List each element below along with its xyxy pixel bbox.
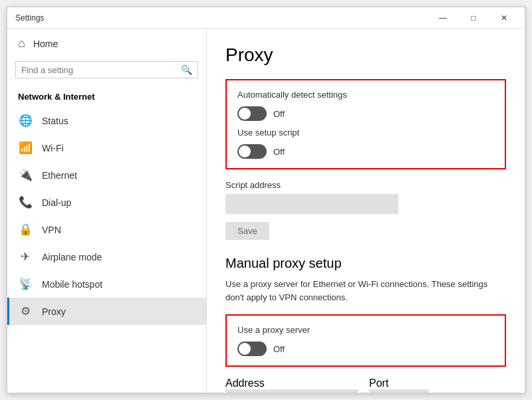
vpn-label: VPN xyxy=(42,225,61,235)
save-button[interactable]: Save xyxy=(225,222,269,240)
script-address-label: Script address xyxy=(225,180,506,190)
sidebar-section-title: Network & Internet xyxy=(7,86,206,107)
manual-proxy-title: Manual proxy setup xyxy=(225,256,506,271)
sidebar-item-ethernet[interactable]: 🔌 Ethernet xyxy=(7,161,206,189)
sidebar-item-airplane[interactable]: ✈ Airplane mode xyxy=(7,243,206,270)
ethernet-label: Ethernet xyxy=(42,170,77,181)
hotspot-label: Mobile hotspot xyxy=(42,279,102,290)
address-field-group: Address xyxy=(225,377,358,393)
window-controls: — □ ✕ xyxy=(428,7,519,29)
wifi-icon: 📶 xyxy=(18,141,33,155)
page-title: Proxy xyxy=(225,45,506,66)
proxy-icon: ⚙ xyxy=(18,304,33,318)
search-input[interactable] xyxy=(21,65,177,75)
use-proxy-toggle-row: Off xyxy=(237,342,494,356)
auto-detect-toggle[interactable] xyxy=(237,106,267,121)
status-icon: 🌐 xyxy=(18,114,33,128)
use-proxy-label: Use a proxy server xyxy=(237,325,494,335)
auto-detect-label: Automatically detect settings xyxy=(237,90,494,100)
use-proxy-section: Use a proxy server Off xyxy=(225,314,506,367)
setup-script-label: Use setup script xyxy=(237,128,494,138)
home-label: Home xyxy=(33,39,58,49)
close-button[interactable]: ✕ xyxy=(489,7,519,29)
hotspot-icon: 📡 xyxy=(18,277,33,291)
search-box[interactable]: 🔍 xyxy=(15,61,198,78)
settings-window: Settings — □ ✕ ⌂ Home 🔍 Network & Intern… xyxy=(7,7,525,393)
auto-detect-state: Off xyxy=(273,109,285,119)
dialup-icon: 📞 xyxy=(18,195,33,209)
address-port-row: Address Port xyxy=(225,377,506,393)
address-input[interactable] xyxy=(225,389,358,393)
auto-detect-toggle-row: Off xyxy=(237,106,494,121)
proxy-label: Proxy xyxy=(42,306,66,317)
setup-script-toggle-row: Off xyxy=(237,144,494,159)
status-label: Status xyxy=(42,116,68,126)
sidebar: ⌂ Home 🔍 Network & Internet 🌐 Status 📶 W… xyxy=(7,29,207,393)
setup-script-toggle[interactable] xyxy=(237,144,267,159)
sidebar-item-wifi[interactable]: 📶 Wi-Fi xyxy=(7,134,206,161)
titlebar: Settings — □ ✕ xyxy=(7,7,525,29)
sidebar-item-proxy[interactable]: ⚙ Proxy xyxy=(7,298,206,325)
sidebar-item-vpn[interactable]: 🔒 VPN xyxy=(7,216,206,243)
sidebar-item-hotspot[interactable]: 📡 Mobile hotspot xyxy=(7,270,206,298)
port-label: Port xyxy=(369,377,388,389)
dialup-label: Dial-up xyxy=(42,197,71,208)
vpn-icon: 🔒 xyxy=(18,223,33,237)
address-label: Address xyxy=(225,377,265,389)
minimize-button[interactable]: — xyxy=(428,7,458,29)
ethernet-icon: 🔌 xyxy=(18,168,33,182)
script-address-input[interactable] xyxy=(225,194,398,214)
home-nav-item[interactable]: ⌂ Home xyxy=(7,29,206,58)
port-input[interactable] xyxy=(369,389,429,393)
maximize-button[interactable]: □ xyxy=(458,7,489,29)
use-proxy-state: Off xyxy=(273,344,285,354)
airplane-icon: ✈ xyxy=(18,250,33,264)
search-icon: 🔍 xyxy=(181,64,192,75)
manual-proxy-description: Use a proxy server for Ethernet or Wi-Fi… xyxy=(225,278,505,304)
use-proxy-toggle[interactable] xyxy=(237,342,267,356)
port-field-group: Port xyxy=(369,377,429,393)
auto-proxy-section: Automatically detect settings Off Use se… xyxy=(225,79,506,169)
setup-script-state: Off xyxy=(273,147,285,157)
sidebar-item-status[interactable]: 🌐 Status xyxy=(7,107,206,134)
wifi-label: Wi-Fi xyxy=(42,143,64,153)
window-title: Settings xyxy=(15,13,44,23)
main-content: Proxy Automatically detect settings Off … xyxy=(207,29,525,393)
home-icon: ⌂ xyxy=(18,37,25,50)
window-content: ⌂ Home 🔍 Network & Internet 🌐 Status 📶 W… xyxy=(7,29,525,393)
sidebar-item-dialup[interactable]: 📞 Dial-up xyxy=(7,189,206,216)
airplane-label: Airplane mode xyxy=(42,252,102,262)
